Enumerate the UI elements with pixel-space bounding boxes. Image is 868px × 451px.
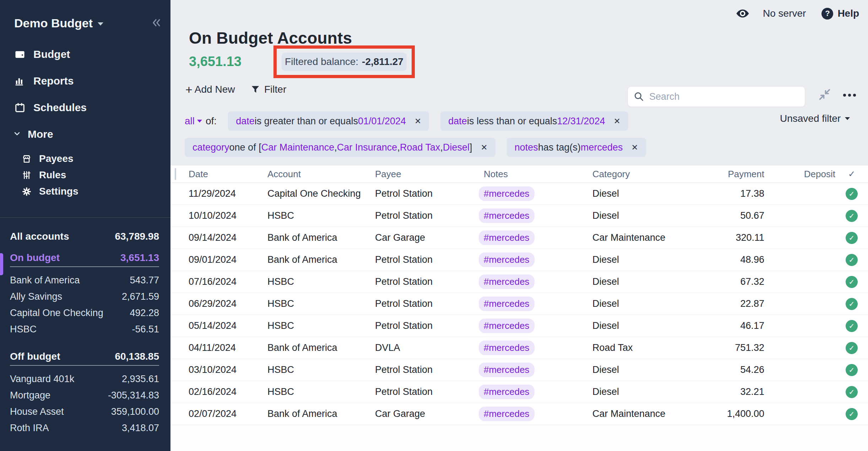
sidebar-item-rules[interactable]: Rules	[0, 169, 170, 181]
filter-condition-chip[interactable]: date is less than or equals 12/31/2024✕	[440, 112, 628, 131]
date-cell[interactable]: 06/29/2024	[189, 298, 267, 309]
notes-cell[interactable]: #mercedes	[484, 385, 592, 399]
table-row[interactable]: 03/10/2024HSBCPetrol Station#mercedesDie…	[170, 359, 868, 381]
account-item[interactable]: HSBC-56.51	[10, 321, 159, 337]
remove-filter-icon[interactable]: ✕	[414, 116, 421, 126]
table-row[interactable]: 02/07/2024Bank of AmericaCar Garage#merc…	[170, 403, 868, 425]
date-cell[interactable]: 03/10/2024	[189, 364, 267, 375]
off-budget[interactable]: Off budget60,138.85	[10, 350, 159, 363]
server-status[interactable]: No server	[763, 8, 806, 19]
account-item[interactable]: House Asset359,100.00	[10, 403, 159, 420]
date-cell[interactable]: 10/10/2024	[189, 210, 267, 221]
category-cell[interactable]: Diesel	[592, 320, 709, 331]
payment-cell[interactable]: 46.17	[709, 320, 764, 331]
date-cell[interactable]: 02/07/2024	[189, 408, 267, 419]
remove-filter-icon[interactable]: ✕	[631, 143, 638, 152]
filter-condition-chip[interactable]: category one of [Car Maintenance, Car In…	[185, 138, 495, 157]
sidebar-item-reports[interactable]: Reports	[0, 75, 170, 87]
remove-filter-icon[interactable]: ✕	[614, 116, 620, 126]
search-input[interactable]	[628, 86, 805, 107]
account-item[interactable]: Bank of America543.77	[10, 272, 159, 288]
payee-cell[interactable]: Car Garage	[375, 408, 484, 419]
date-cell[interactable]: 09/14/2024	[189, 232, 267, 243]
account-item[interactable]: Vanguard 401k2,935.61	[10, 371, 159, 387]
account-cell[interactable]: HSBC	[267, 320, 375, 331]
payee-cell[interactable]: Petrol Station	[375, 276, 484, 287]
account-cell[interactable]: HSBC	[267, 298, 375, 309]
table-row[interactable]: 07/16/2024HSBCPetrol Station#mercedesDie…	[170, 271, 868, 293]
unsaved-filter-dropdown[interactable]: Unsaved filter	[780, 113, 850, 124]
filter-condition-chip[interactable]: date is greater than or equals 01/01/202…	[228, 112, 429, 131]
sidebar-collapse-button[interactable]	[150, 17, 162, 30]
collapse-search-icon[interactable]	[818, 87, 832, 103]
filter-condition-chip[interactable]: notes has tag(s) mercedes✕	[507, 138, 646, 157]
notes-cell[interactable]: #mercedes	[484, 341, 592, 355]
select-all-checkbox[interactable]	[175, 168, 176, 180]
payment-cell[interactable]: 48.96	[709, 254, 764, 265]
payment-cell[interactable]: 50.67	[709, 210, 764, 221]
account-item[interactable]: Capital One Checking492.28	[10, 305, 159, 321]
matcher-dropdown[interactable]: all	[185, 115, 202, 127]
more-options-icon[interactable]	[843, 94, 856, 97]
account-item[interactable]: Roth IRA3,418.07	[10, 420, 159, 436]
payment-cell[interactable]: 54.26	[709, 364, 764, 375]
payee-cell[interactable]: Petrol Station	[375, 210, 484, 221]
budget-switcher[interactable]: Demo Budget	[14, 16, 103, 30]
cleared-check-icon[interactable]: ✓	[846, 364, 858, 376]
cleared-check-icon[interactable]: ✓	[846, 408, 858, 420]
cleared-check-icon[interactable]: ✓	[846, 386, 858, 398]
table-row[interactable]: 09/14/2024Bank of AmericaCar Garage#merc…	[170, 227, 868, 249]
notes-cell[interactable]: #mercedes	[484, 407, 592, 421]
account-cell[interactable]: Bank of America	[267, 342, 375, 353]
category-cell[interactable]: Car Maintenance	[592, 232, 709, 243]
payment-cell[interactable]: 32.21	[709, 386, 764, 397]
payee-cell[interactable]: DVLA	[375, 342, 484, 353]
account-cell[interactable]: Bank of America	[267, 232, 375, 243]
filter-button[interactable]: Filter	[251, 84, 286, 95]
help-button[interactable]: ? Help	[821, 8, 859, 20]
on-budget[interactable]: On budget3,651.13	[10, 251, 159, 264]
date-cell[interactable]: 05/14/2024	[189, 320, 267, 331]
account-cell[interactable]: HSBC	[267, 364, 375, 375]
notes-cell[interactable]: #mercedes	[484, 363, 592, 377]
payment-cell[interactable]: 751.32	[709, 342, 764, 353]
notes-cell[interactable]: #mercedes	[484, 319, 592, 333]
cleared-check-icon[interactable]: ✓	[846, 298, 858, 310]
add-new-button[interactable]: + Add New	[185, 84, 235, 95]
all-accounts[interactable]: All accounts63,789.98	[10, 230, 159, 243]
date-cell[interactable]: 11/29/2024	[189, 188, 267, 199]
payee-cell[interactable]: Petrol Station	[375, 320, 484, 331]
category-cell[interactable]: Diesel	[592, 386, 709, 397]
account-cell[interactable]: Capital One Checking	[267, 188, 375, 199]
notes-cell[interactable]: #mercedes	[484, 297, 592, 311]
table-row[interactable]: 06/29/2024HSBCPetrol Station#mercedesDie…	[170, 293, 868, 315]
category-cell[interactable]: Diesel	[592, 276, 709, 287]
table-row[interactable]: 11/29/2024Capital One CheckingPetrol Sta…	[170, 183, 868, 205]
cleared-check-icon[interactable]: ✓	[846, 276, 858, 288]
table-row[interactable]: 10/10/2024HSBCPetrol Station#mercedesDie…	[170, 205, 868, 227]
notes-cell[interactable]: #mercedes	[484, 252, 592, 267]
payment-cell[interactable]: 1,400.00	[709, 408, 764, 419]
category-cell[interactable]: Diesel	[592, 210, 709, 221]
notes-cell[interactable]: #mercedes	[484, 208, 592, 223]
payee-cell[interactable]: Petrol Station	[375, 386, 484, 397]
category-cell[interactable]: Diesel	[592, 364, 709, 375]
cleared-check-icon[interactable]: ✓	[846, 210, 858, 222]
table-row[interactable]: 09/01/2024Bank of AmericaPetrol Station#…	[170, 249, 868, 271]
account-item[interactable]: Ally Savings2,671.59	[10, 288, 159, 305]
account-item[interactable]: Mortgage-305,314.83	[10, 387, 159, 403]
account-cell[interactable]: HSBC	[267, 276, 375, 287]
cleared-check-icon[interactable]: ✓	[846, 342, 858, 354]
sidebar-item-budget[interactable]: Budget	[0, 48, 170, 60]
payment-cell[interactable]: 67.32	[709, 276, 764, 287]
sidebar-item-settings[interactable]: Settings	[0, 186, 170, 197]
sidebar-item-payees[interactable]: Payees	[0, 153, 170, 164]
cleared-check-icon[interactable]: ✓	[846, 232, 858, 244]
cleared-check-icon[interactable]: ✓	[846, 254, 858, 266]
remove-filter-icon[interactable]: ✕	[481, 143, 488, 152]
date-cell[interactable]: 09/01/2024	[189, 254, 267, 265]
date-cell[interactable]: 02/16/2024	[189, 386, 267, 397]
sidebar-item-schedules[interactable]: Schedules	[0, 102, 170, 114]
payment-cell[interactable]: 22.87	[709, 298, 764, 309]
notes-cell[interactable]: #mercedes	[484, 275, 592, 289]
